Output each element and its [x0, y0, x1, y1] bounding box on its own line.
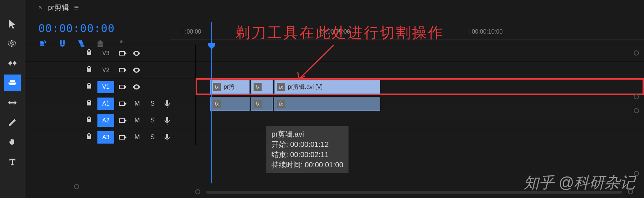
- track-lane[interactable]: fxfxfx: [196, 95, 644, 112]
- voiceover-icon[interactable]: [162, 115, 173, 126]
- track-lane[interactable]: [196, 112, 644, 129]
- track-lane[interactable]: [196, 61, 644, 78]
- lock-icon[interactable]: [84, 82, 95, 91]
- video-track-header: V2: [25, 61, 195, 78]
- sync-lock-icon[interactable]: [117, 48, 128, 59]
- playhead-handle-icon[interactable]: [208, 43, 215, 52]
- fx-badge-icon: fx: [254, 100, 262, 108]
- sync-lock-icon[interactable]: [117, 65, 128, 76]
- svg-rect-4: [119, 102, 124, 106]
- fx-badge-icon: fx: [213, 100, 221, 108]
- tool-palette: [0, 0, 25, 198]
- pen-tool[interactable]: [4, 114, 21, 131]
- fx-badge-icon: fx: [213, 83, 221, 91]
- track-select-tool[interactable]: [4, 35, 21, 52]
- clip[interactable]: fx: [210, 97, 250, 111]
- track-target-toggle[interactable]: A2: [97, 114, 114, 127]
- audio-track-header: A3MS: [25, 129, 195, 145]
- hand-tool[interactable]: [4, 134, 21, 151]
- slip-tool[interactable]: [4, 94, 21, 111]
- track-target-toggle[interactable]: A1: [97, 98, 114, 110]
- svg-rect-1: [119, 52, 124, 55]
- svg-rect-6: [119, 136, 124, 139]
- solo-button[interactable]: S: [146, 100, 159, 107]
- annotation-arrow-icon: [294, 43, 338, 85]
- solo-button[interactable]: S: [146, 117, 159, 124]
- close-icon[interactable]: ×: [38, 4, 42, 11]
- svg-rect-2: [119, 68, 124, 72]
- track-target-toggle[interactable]: V3: [97, 47, 114, 60]
- audio-track-header: A2MS: [25, 112, 195, 129]
- fx-badge-icon: fx: [277, 83, 285, 91]
- eye-icon[interactable]: [131, 48, 142, 59]
- video-track-header: V3: [25, 45, 195, 61]
- track-scroll-handle[interactable]: [634, 50, 639, 56]
- type-tool[interactable]: [4, 153, 21, 170]
- annotation-text: 剃刀工具在此处进行切割操作: [235, 23, 444, 43]
- video-zoom-handle[interactable]: [634, 94, 639, 99]
- clip[interactable]: fx: [251, 80, 273, 94]
- sync-lock-icon[interactable]: [117, 132, 128, 143]
- ripple-edit-tool[interactable]: [4, 55, 21, 72]
- fx-badge-icon: fx: [254, 83, 262, 91]
- fx-badge-icon: fx: [277, 100, 285, 108]
- track-target-toggle[interactable]: A3: [97, 131, 114, 144]
- playhead-timecode[interactable]: 00:00:00:00: [38, 22, 170, 35]
- clip[interactable]: fxpr剪: [210, 80, 250, 94]
- razor-tool[interactable]: [4, 75, 21, 91]
- sync-lock-icon[interactable]: [117, 81, 128, 92]
- selection-tool[interactable]: [4, 15, 21, 32]
- tab-menu-icon[interactable]: ≡: [74, 3, 79, 12]
- lock-icon[interactable]: [84, 116, 95, 125]
- sequence-tab-title[interactable]: pr剪辑: [48, 3, 69, 12]
- lock-icon[interactable]: [84, 99, 95, 108]
- track-target-toggle[interactable]: V1: [97, 81, 114, 93]
- clip[interactable]: fx: [274, 97, 380, 111]
- left-zoom-knob[interactable]: [74, 184, 79, 189]
- ruler-tick: 00:00:10:00: [472, 28, 503, 35]
- mute-button[interactable]: M: [131, 117, 143, 124]
- track-target-toggle[interactable]: V2: [97, 64, 114, 76]
- video-track-header: V1: [25, 78, 195, 95]
- audio-track-header: A1MS: [25, 95, 195, 112]
- watermark: 知乎 @科研杂记: [524, 172, 635, 193]
- svg-rect-3: [119, 85, 124, 89]
- eye-icon[interactable]: [131, 65, 142, 76]
- clip[interactable]: fx: [251, 97, 273, 111]
- track-lane[interactable]: [196, 129, 644, 145]
- lock-icon[interactable]: [84, 133, 95, 142]
- audio-zoom-handle[interactable]: [634, 108, 639, 113]
- tooltip-title: pr剪辑.avi: [271, 129, 343, 139]
- track-lane[interactable]: fxpr剪fxfxpr剪辑.avi [V]: [196, 78, 644, 95]
- eye-icon[interactable]: [131, 81, 142, 92]
- mute-button[interactable]: M: [131, 133, 143, 141]
- mute-button[interactable]: M: [131, 100, 143, 107]
- sequence-tab-bar: × pr剪辑 ≡: [25, 0, 644, 15]
- sync-lock-icon[interactable]: [117, 98, 128, 109]
- clip-tooltip: pr剪辑.avi 开始: 00:00:01:12 结束: 00:00:02:11…: [266, 126, 349, 173]
- track-lane[interactable]: [196, 45, 644, 61]
- voiceover-icon[interactable]: [162, 132, 173, 143]
- clip-label: pr剪: [224, 83, 235, 91]
- lock-icon[interactable]: [84, 49, 95, 58]
- lock-icon[interactable]: [84, 65, 95, 75]
- svg-rect-0: [10, 80, 15, 82]
- ruler-tick: :00:00: [185, 28, 201, 35]
- solo-button[interactable]: S: [146, 133, 159, 141]
- sync-lock-icon[interactable]: [117, 115, 128, 126]
- svg-rect-5: [119, 119, 124, 122]
- voiceover-icon[interactable]: [162, 98, 173, 109]
